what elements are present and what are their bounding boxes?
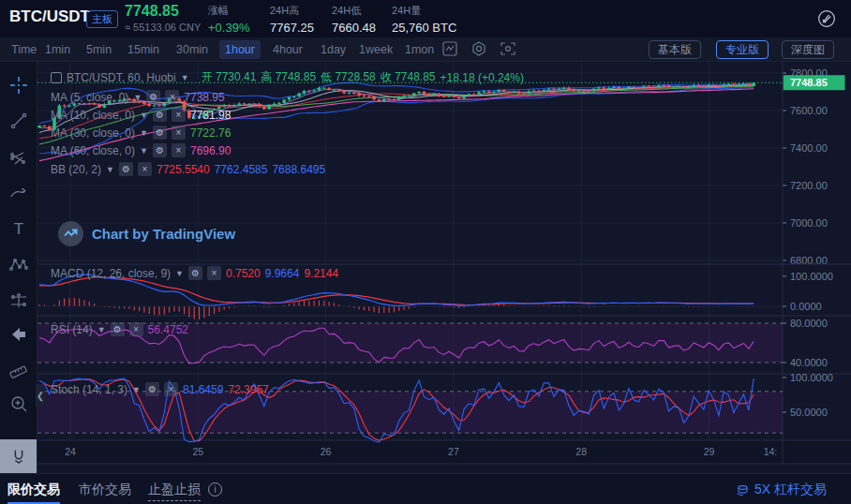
paint-brush-icon[interactable] [815,7,838,30]
indicator-row-ma30: MA (30, close, 0)▼ ⚙× 7722.76 [51,126,231,140]
bb-basis-value: 7725.5540 [157,163,210,176]
svg-text:26: 26 [321,446,332,457]
interval-5min[interactable]: 5min [81,40,117,59]
settings-icon[interactable]: ⚙ [153,126,167,140]
ruler-icon[interactable] [0,356,37,384]
macd-line-value: 9.9664 [265,267,300,280]
svg-text:7400.00: 7400.00 [790,142,828,154]
chevron-down-icon[interactable]: ▼ [97,325,106,334]
close-icon[interactable]: × [129,322,143,336]
trade-tab-bar: 限价交易 市价交易 止盈止损 i 5X 杠杆交易 [0,473,851,504]
interval-1min[interactable]: 1min [39,40,76,59]
settings-icon[interactable]: ⚙ [119,162,133,176]
tab-limit-order[interactable]: 限价交易 [7,482,60,498]
close-icon[interactable]: × [138,162,152,176]
tab-market-order[interactable]: 市价交易 [79,482,131,498]
view-depth-button[interactable]: 深度图 [782,40,834,59]
close-icon[interactable]: × [172,126,186,140]
indicator-row-rsi: RSI (14)▼ ⚙× 56.4752 [51,322,188,336]
chevron-down-icon[interactable]: ▼ [106,165,114,174]
last-price: 7748.85 [125,3,201,20]
indicator-row-ma5: MA (5, close, 0)▼ ⚙× 7738.95 [51,90,225,104]
view-pro-button[interactable]: 专业版 [716,40,769,59]
chart-area[interactable]: 2425262728297800.007600.007400.007200.00… [37,62,851,473]
chevron-down-icon[interactable]: ▼ [133,93,142,102]
forecast-tool-icon[interactable] [0,287,37,315]
mainboard-badge[interactable]: 主板 [86,10,118,28]
settings-icon[interactable]: ⚙ [111,322,125,336]
tab-stop-order[interactable]: 止盈止损 [148,482,201,501]
close-icon[interactable]: × [164,382,178,396]
stat-24h-low: 24H低 7660.48 [332,4,376,35]
chevron-down-icon[interactable]: ▼ [140,146,148,156]
svg-text:7600.00: 7600.00 [790,105,828,116]
svg-text:28: 28 [575,446,587,457]
arrow-left-icon[interactable] [0,320,37,348]
svg-text:7748.85: 7748.85 [790,77,828,88]
settings-icon[interactable]: ⚙ [153,108,167,122]
tradingview-text: Chart by TradingView [92,226,235,242]
settings-icon[interactable]: ⚙ [188,266,202,280]
svg-text:24: 24 [65,446,76,457]
ohlc-change: +18.18 (+0.24%) [440,71,524,84]
settings-icon[interactable]: ⚙ [145,382,159,396]
close-icon[interactable]: × [172,108,186,122]
price-block: 7748.85 ≈ 55133.06 CNY [125,3,201,33]
magnet-scroll-down-icon[interactable] [0,439,37,473]
svg-text:14:: 14: [764,446,778,457]
svg-text:40.0000: 40.0000 [790,357,828,368]
svg-text:7000.00: 7000.00 [790,217,828,229]
settings-icon[interactable]: ⚙ [146,90,160,104]
interval-4hour[interactable]: 4hour [267,40,308,59]
interval-1day[interactable]: 1day [315,40,351,59]
svg-text:7200.00: 7200.00 [790,180,828,191]
svg-text:100.0000: 100.0000 [790,271,833,282]
close-icon[interactable]: × [172,143,186,157]
crosshair-icon[interactable] [0,71,37,99]
svg-text:100.0000: 100.0000 [790,372,833,383]
interval-30min[interactable]: 30min [171,40,214,59]
chart-legend: BTC/USDT, 60, Huobi ▼ 开 7730.41 高 7748.8… [51,69,524,85]
chevron-down-icon[interactable]: ▼ [132,385,141,394]
xabcd-pattern-icon[interactable] [0,251,37,279]
stoch-d-value: 72.3957 [228,383,268,396]
legend-toggle-icon[interactable] [51,72,62,83]
settings-icon[interactable]: ⚙ [153,143,167,157]
indicator-settings-icon[interactable] [471,41,490,58]
ma60-value: 7696.90 [190,144,231,157]
svg-text:25: 25 [192,446,203,457]
tradingview-attribution[interactable]: Chart by TradingView [58,221,235,246]
svg-text:29: 29 [704,446,715,457]
chevron-down-icon[interactable]: ▼ [181,73,189,82]
interval-15min[interactable]: 15min [122,40,165,59]
tradingview-logo-icon [58,221,83,246]
interval-1mon[interactable]: 1mon [399,40,440,59]
chevron-down-icon[interactable]: ▼ [140,128,148,138]
interval-time[interactable]: Time [6,40,42,59]
pitchfork-icon[interactable] [0,144,37,172]
interval-1hour[interactable]: 1hour [219,40,261,59]
svg-text:0.0000: 0.0000 [790,301,822,312]
pair-title: BTC/USDT [9,7,90,26]
header: BTC/USDT 主板 7748.85 ≈ 55133.06 CNY 涨幅 +0… [0,0,851,37]
leverage-link[interactable]: 5X 杠杆交易 [736,482,827,498]
chevron-down-icon[interactable]: ▼ [140,111,148,120]
interval-1week[interactable]: 1week [353,40,398,59]
stoch-k-value: 81.6459 [183,383,223,396]
chevron-down-icon[interactable]: ▼ [175,269,184,278]
panel-collapse-handle[interactable]: ❮ [36,384,45,407]
ma30-value: 7722.76 [190,126,231,140]
brush-tool-icon[interactable] [0,180,37,208]
trend-line-icon[interactable] [0,107,37,135]
close-icon[interactable]: × [165,90,179,104]
zoom-in-icon[interactable] [0,390,37,418]
svg-text:80.0000: 80.0000 [790,318,828,329]
kline-style-icon[interactable] [442,41,461,58]
view-basic-button[interactable]: 基本版 [649,40,701,59]
screenshot-icon[interactable] [500,41,519,58]
close-icon[interactable]: × [207,266,221,280]
text-tool-icon[interactable]: T [0,215,37,244]
legend-title: BTC/USDT, 60, Huobi [67,71,176,84]
ohlc-open: 开 7730.41 [202,69,257,85]
info-icon[interactable]: i [208,482,222,497]
